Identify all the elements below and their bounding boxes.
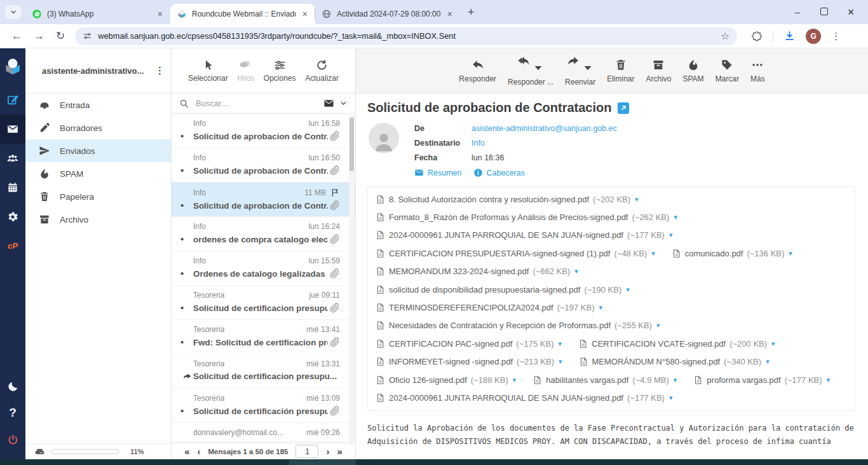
attachment-menu-caret-icon[interactable]: ▾ [635, 195, 639, 204]
summary-link[interactable]: Resumen [414, 168, 462, 177]
attachment-menu-caret-icon[interactable]: ▾ [558, 340, 562, 348]
downloads-icon[interactable] [783, 30, 796, 42]
first-page-button[interactable]: « [184, 447, 189, 456]
attachment-menu-caret-icon[interactable]: ▾ [574, 267, 578, 275]
folder-spam[interactable]: SPAM [25, 162, 171, 185]
logout-button[interactable] [0, 426, 25, 453]
folder-archivo[interactable]: Archivo [25, 208, 171, 231]
dark-mode-button[interactable] [0, 373, 25, 399]
attachment-link[interactable]: 8. Solicitud Autorización contra y resol… [376, 195, 639, 204]
folder-entrada[interactable]: Entrada [25, 94, 171, 116]
attachment-link[interactable]: 2024-0000961 JUNTA PARROQUIAL DE SAN JUA… [376, 393, 672, 403]
window-close-button[interactable]: ✕ [837, 7, 864, 17]
attachment-link[interactable]: CERTIFICACION PAC-signed.pdf(~175 KB)▾ [376, 339, 562, 349]
select-button[interactable]: Seleccionar [188, 59, 228, 83]
next-page-button[interactable]: › [326, 447, 329, 456]
extensions-icon[interactable] [751, 31, 763, 42]
tab-whatsapp[interactable]: (3) WhatsApp × [25, 4, 170, 24]
flag-icon[interactable] [330, 188, 340, 197]
attachment-link[interactable]: proforma vargas.pdf(~177 KB)▾ [693, 375, 830, 385]
page-number-input[interactable]: 1 [295, 445, 318, 458]
headers-link[interactable]: Cabeceras [473, 168, 525, 177]
message-list-item[interactable]: Tesoreria mié 13:31 Solicitud de certifi… [172, 354, 355, 389]
profile-avatar[interactable]: G [806, 29, 821, 44]
compose-button[interactable] [0, 85, 25, 115]
attachment-link[interactable]: MEMORÁNDUM N°580-signed.pdf(~340 KB)▾ [579, 357, 770, 366]
tab-roundcube[interactable]: Roundcube Webmail :: Enviado: × [170, 4, 315, 24]
attachment-link[interactable]: 2024-0000961 JUNTA PARROQUIAL DE SAN JUA… [376, 230, 672, 240]
back-button[interactable]: ← [11, 30, 22, 43]
attachment-link[interactable]: habilitantes vargas.pdf(~4.9 MB)▾ [532, 375, 677, 385]
attachment-menu-caret-icon[interactable]: ▾ [669, 231, 673, 239]
forward-button[interactable]: Reenviar [559, 55, 601, 87]
attachment-menu-caret-icon[interactable]: ▾ [827, 376, 831, 384]
dropdown-caret-icon[interactable] [532, 62, 545, 74]
message-list-item[interactable]: Tesoreria mié 13:41 • Fwd: Solicitud de … [172, 320, 355, 354]
list-scrollbar[interactable] [349, 115, 355, 443]
address-bar[interactable]: webmail.sanjuan.gob.ec/cpsess0458131935/… [75, 27, 737, 45]
attachment-link[interactable]: Oficio 126-signed.pdf(~188 KB)▾ [376, 375, 516, 385]
message-list-item[interactable]: Info lun 15:59 • Ordenes de catalogo leg… [172, 251, 355, 286]
help-button[interactable]: ? [0, 399, 25, 426]
attachment-menu-caret-icon[interactable]: ▾ [651, 249, 655, 258]
tab-close-icon[interactable]: × [446, 9, 454, 19]
tab-actividad[interactable]: Actividad 2024-07-29 08:00:00 × [315, 4, 460, 24]
settings-button[interactable] [0, 202, 25, 232]
attachment-menu-caret-icon[interactable]: ▾ [669, 394, 673, 402]
bookmark-star-icon[interactable]: ☆ [721, 30, 729, 42]
archive-button[interactable]: Archivo [640, 59, 677, 83]
list-scrollbar-thumb[interactable] [349, 118, 354, 171]
search-scope-icon[interactable] [323, 98, 334, 109]
tab-close-icon[interactable]: × [156, 9, 164, 19]
message-list-item[interactable]: Tesoreria mié 13:09 • Solicitud de certi… [172, 389, 355, 423]
attachment-menu-caret-icon[interactable]: ▾ [789, 249, 792, 258]
attachment-menu-caret-icon[interactable]: ▾ [674, 213, 677, 221]
reload-button[interactable]: ↻ [56, 29, 65, 43]
attachment-link[interactable]: CERTIFICACION PRESUPUESTARIA-signed-sign… [376, 249, 655, 258]
delete-button[interactable]: Eliminar [601, 59, 640, 83]
attachment-link[interactable]: Necesidades de Contratación y Recepción … [376, 321, 660, 330]
attachment-menu-caret-icon[interactable]: ▾ [559, 357, 562, 366]
window-minimize-button[interactable]: – [784, 7, 811, 17]
attachment-menu-caret-icon[interactable]: ▾ [674, 376, 677, 384]
options-button[interactable]: Opciones [264, 59, 296, 83]
attachment-link[interactable]: CERTIFICACION VCATE-signed.pdf(~200 KB)▾ [578, 339, 775, 349]
attachment-menu-caret-icon[interactable]: ▾ [513, 376, 517, 384]
open-in-new-window-icon[interactable] [618, 102, 629, 114]
folder-options-icon[interactable]: ⋮ [155, 65, 165, 76]
attachment-link[interactable]: INFORMEYET-signed -signed.pdf(~213 KB)▾ [376, 357, 562, 366]
message-list-item[interactable]: Tesoreria jue 09:11 • Solicitud de certi… [172, 286, 355, 320]
attachment-menu-caret-icon[interactable]: ▾ [656, 321, 660, 330]
folder-borradores[interactable]: Borradores [25, 116, 171, 139]
attachment-menu-caret-icon[interactable]: ▾ [626, 286, 630, 294]
attachment-menu-caret-icon[interactable]: ▾ [771, 340, 775, 348]
message-list-item[interactable]: Info 11 MB • Solicitud de aprobacion de … [172, 183, 355, 217]
reply-all-button[interactable]: Responder ... [502, 55, 559, 87]
contacts-button[interactable] [0, 144, 25, 173]
search-options-caret-icon[interactable] [339, 99, 348, 108]
threads-button[interactable]: Hilos [237, 59, 254, 83]
browser-menu-icon[interactable]: ⋮ [831, 31, 841, 42]
calendar-button[interactable] [0, 173, 25, 202]
mail-button[interactable] [0, 115, 25, 144]
attachment-link[interactable]: MEMORANDUM 323-2024-signed.pdf(~662 KB)▾ [376, 267, 578, 276]
cpanel-button[interactable]: cP [0, 232, 25, 261]
spam-button[interactable]: SPAM [677, 59, 710, 83]
attachment-link[interactable]: comunicado.pdf(~136 KB)▾ [672, 249, 792, 258]
prev-page-button[interactable]: ‹ [198, 447, 201, 456]
forward-button[interactable]: → [34, 30, 44, 43]
message-list-item[interactable]: Info lun 16:50 • Solicitud de aprobacion… [172, 148, 355, 183]
attachment-link[interactable]: TERMINOSDEREFERENCIPOLIZA2024.pdf(~197 K… [376, 303, 602, 312]
attachment-menu-caret-icon[interactable]: ▾ [599, 303, 603, 312]
message-list-item[interactable]: Info lun 16:24 • ordenes de compra catal… [172, 217, 355, 251]
last-page-button[interactable]: » [337, 447, 342, 456]
url-text[interactable]: webmail.sanjuan.gob.ec/cpsess0458131935/… [98, 31, 715, 41]
roundcube-logo[interactable] [0, 48, 25, 85]
folder-papelera[interactable]: Papelera [25, 185, 171, 208]
from-address-link[interactable]: asistente-administrativo@sanjuan.gob.ec [471, 121, 617, 136]
attachment-link[interactable]: solicitud de disponibilidad presupuestar… [376, 285, 630, 295]
message-list-item[interactable]: donnavalery@hotmail.co... mié 09:26 [172, 423, 355, 442]
tab-search-button[interactable] [5, 5, 22, 19]
search-input[interactable] [194, 98, 318, 109]
folder-enviados[interactable]: Enviados [25, 139, 171, 162]
